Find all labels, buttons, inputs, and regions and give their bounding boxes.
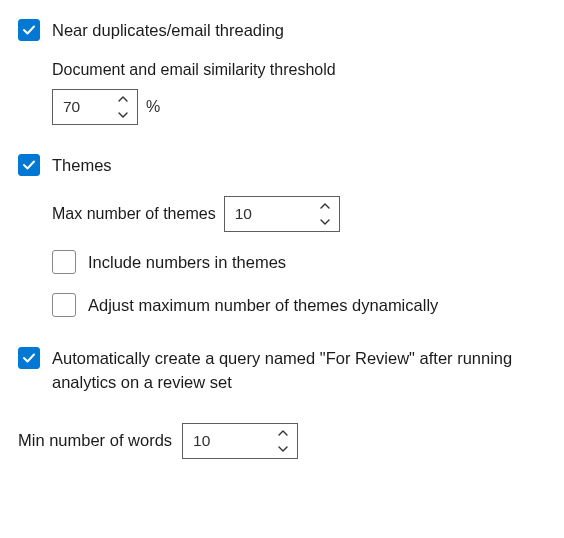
include-numbers-checkbox[interactable]	[52, 250, 76, 274]
chevron-up-icon	[118, 96, 128, 102]
chevron-down-icon	[320, 219, 330, 225]
adjust-dynamic-checkbox[interactable]	[52, 293, 76, 317]
chevron-down-icon	[278, 446, 288, 452]
max-themes-value: 10	[225, 197, 315, 231]
max-themes-spinner	[315, 197, 339, 231]
spin-up-button[interactable]	[317, 200, 333, 212]
similarity-threshold-section: Document and email similarity threshold …	[52, 61, 546, 125]
similarity-threshold-value: 70	[53, 90, 113, 124]
min-words-input[interactable]: 10	[182, 423, 298, 459]
near-duplicates-row: Near duplicates/email threading	[18, 18, 546, 43]
similarity-threshold-spinner	[113, 90, 137, 124]
similarity-threshold-suffix: %	[146, 98, 160, 116]
near-duplicates-group: Near duplicates/email threading Document…	[18, 18, 546, 125]
themes-row: Themes	[18, 153, 546, 178]
min-words-spinner	[273, 424, 297, 458]
max-themes-label: Max number of themes	[52, 205, 216, 223]
spin-up-button[interactable]	[275, 427, 291, 439]
similarity-threshold-field: 70 %	[52, 89, 546, 125]
themes-label: Themes	[52, 153, 112, 178]
include-numbers-label: Include numbers in themes	[88, 250, 286, 275]
auto-query-row: Automatically create a query named "For …	[18, 346, 546, 395]
auto-query-label: Automatically create a query named "For …	[52, 346, 532, 395]
auto-query-group: Automatically create a query named "For …	[18, 346, 546, 395]
max-themes-input[interactable]: 10	[224, 196, 340, 232]
themes-group: Themes Max number of themes 10 Include n…	[18, 153, 546, 318]
spin-down-button[interactable]	[275, 443, 291, 455]
auto-query-checkbox[interactable]	[18, 347, 40, 369]
chevron-down-icon	[118, 112, 128, 118]
similarity-threshold-label: Document and email similarity threshold	[52, 61, 546, 79]
spin-down-button[interactable]	[115, 109, 131, 121]
max-themes-field: Max number of themes 10	[52, 196, 546, 232]
checkmark-icon	[22, 158, 36, 172]
spin-up-button[interactable]	[115, 93, 131, 105]
min-words-field: Min number of words 10	[18, 423, 546, 459]
themes-checkbox[interactable]	[18, 154, 40, 176]
adjust-dynamic-label: Adjust maximum number of themes dynamica…	[88, 293, 438, 318]
min-words-value: 10	[183, 424, 273, 458]
include-numbers-row: Include numbers in themes	[52, 250, 546, 275]
near-duplicates-label: Near duplicates/email threading	[52, 18, 284, 43]
chevron-up-icon	[320, 203, 330, 209]
checkmark-icon	[22, 351, 36, 365]
themes-sub-section: Max number of themes 10 Include numbers …	[52, 196, 546, 318]
adjust-dynamic-row: Adjust maximum number of themes dynamica…	[52, 293, 546, 318]
chevron-up-icon	[278, 430, 288, 436]
spin-down-button[interactable]	[317, 216, 333, 228]
similarity-threshold-input[interactable]: 70	[52, 89, 138, 125]
near-duplicates-checkbox[interactable]	[18, 19, 40, 41]
min-words-label: Min number of words	[18, 428, 172, 453]
checkmark-icon	[22, 23, 36, 37]
